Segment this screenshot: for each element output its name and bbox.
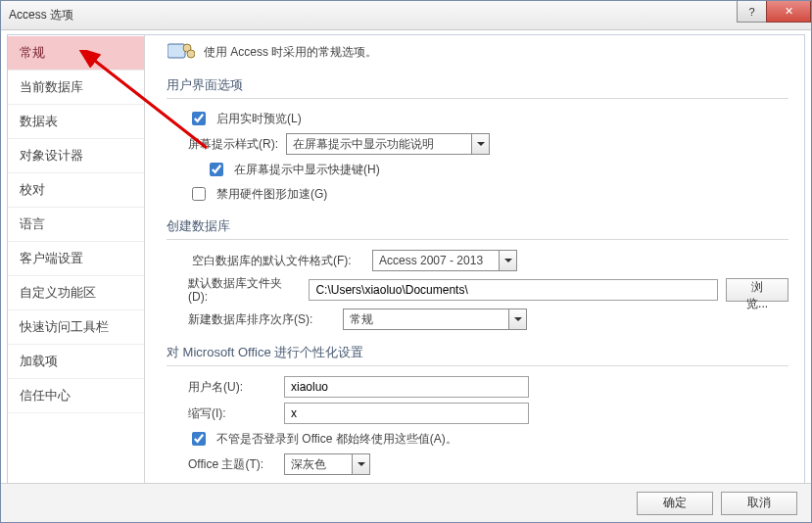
- sidebar-item-general[interactable]: 常规: [8, 36, 144, 71]
- default-folder-input[interactable]: [309, 279, 718, 301]
- chevron-down-icon: [353, 453, 370, 475]
- row-show-shortcut: 在屏幕提示中显示快捷键(H): [206, 160, 788, 179]
- window-title: Access 选项: [9, 7, 73, 24]
- show-shortcut-checkbox[interactable]: [210, 163, 223, 176]
- sidebar-item-label: 当前数据库: [20, 79, 83, 94]
- row-always-use: 不管是否登录到 Office 都始终使用这些值(A)。: [188, 429, 788, 449]
- screen-tip-style-label: 屏幕提示样式(R):: [188, 136, 278, 153]
- sidebar-item-client-settings[interactable]: 客户端设置: [8, 242, 144, 276]
- screen-tip-style-select[interactable]: 在屏幕提示中显示功能说明: [286, 133, 490, 155]
- sidebar: 常规 当前数据库 数据表 对象设计器 校对 语言 客户端设置 自定义功能区 快速…: [8, 35, 145, 486]
- row-initials: 缩写(I):: [188, 403, 788, 424]
- content-pane: 使用 Access 时采用的常规选项。 用户界面选项 启用实时预览(L) 屏幕提…: [145, 35, 804, 486]
- sort-order-value: 常规: [343, 309, 509, 330]
- sidebar-item-label: 加载项: [20, 354, 58, 368]
- help-icon: ?: [748, 6, 754, 18]
- chevron-down-icon: [509, 309, 527, 330]
- svg-rect-1: [167, 44, 185, 58]
- screen-tip-style-value: 在屏幕提示中显示功能说明: [286, 133, 472, 155]
- sidebar-item-label: 校对: [20, 182, 45, 197]
- row-default-folder: 默认数据库文件夹(D): 浏览...: [188, 276, 788, 304]
- default-format-value: Access 2007 - 2013: [372, 250, 500, 271]
- titlebar: Access 选项 ? ✕: [1, 1, 811, 30]
- sidebar-item-label: 对象设计器: [20, 148, 83, 163]
- sidebar-item-object-designer[interactable]: 对象设计器: [8, 139, 144, 173]
- row-office-theme: Office 主题(T): 深灰色: [188, 453, 788, 475]
- sidebar-item-addins[interactable]: 加载项: [8, 345, 144, 379]
- page-icon: [167, 41, 196, 63]
- chevron-down-icon: [500, 250, 517, 271]
- sidebar-item-label: 常规: [20, 45, 45, 60]
- page-description: 使用 Access 时采用的常规选项。: [204, 44, 377, 61]
- sidebar-item-label: 快速访问工具栏: [20, 319, 109, 334]
- office-theme-label: Office 主题(T):: [188, 456, 276, 473]
- row-screen-tip-style: 屏幕提示样式(R): 在屏幕提示中显示功能说明: [188, 133, 788, 155]
- ok-button[interactable]: 确定: [637, 492, 713, 515]
- section-title-createdb: 创建数据库: [167, 217, 788, 235]
- initials-input[interactable]: [284, 403, 529, 424]
- access-options-window: Access 选项 ? ✕ 常规 当前数据库 数据表 对象设计器 校对 语言 客…: [0, 0, 812, 523]
- divider: [167, 239, 788, 240]
- sidebar-item-label: 客户端设置: [20, 251, 83, 265]
- username-input[interactable]: [284, 376, 529, 398]
- window-buttons: ? ✕: [737, 1, 811, 23]
- section-title-personalize: 对 Microsoft Office 进行个性化设置: [167, 344, 788, 361]
- sidebar-item-proofing[interactable]: 校对: [8, 173, 144, 208]
- close-button[interactable]: ✕: [766, 1, 811, 23]
- sidebar-item-trust-center[interactable]: 信任中心: [8, 379, 144, 413]
- sort-order-select[interactable]: 常规: [343, 309, 527, 330]
- sidebar-item-language[interactable]: 语言: [8, 208, 144, 242]
- sidebar-item-label: 自定义功能区: [20, 285, 96, 300]
- default-format-label: 空白数据库的默认文件格式(F):: [188, 253, 364, 269]
- sidebar-item-current-db[interactable]: 当前数据库: [8, 71, 144, 105]
- realtime-preview-checkbox[interactable]: [192, 112, 206, 125]
- section-title-ui: 用户界面选项: [167, 76, 788, 94]
- row-disable-hw-gfx: 禁用硬件图形加速(G): [188, 184, 788, 204]
- always-use-checkbox[interactable]: [192, 432, 206, 446]
- username-label: 用户名(U):: [188, 379, 276, 396]
- sidebar-item-label: 信任中心: [20, 388, 71, 403]
- office-theme-value: 深灰色: [284, 453, 353, 475]
- show-shortcut-label: 在屏幕提示中显示快捷键(H): [234, 162, 380, 178]
- sidebar-item-label: 语言: [20, 216, 45, 231]
- help-button[interactable]: ?: [737, 1, 766, 23]
- row-username: 用户名(U):: [188, 376, 788, 398]
- divider: [167, 98, 788, 99]
- default-format-select[interactable]: Access 2007 - 2013: [372, 250, 517, 271]
- chevron-down-icon: [472, 133, 490, 155]
- dialog-body: 常规 当前数据库 数据表 对象设计器 校对 语言 客户端设置 自定义功能区 快速…: [7, 34, 805, 487]
- initials-label: 缩写(I):: [188, 405, 276, 422]
- always-use-label: 不管是否登录到 Office 都始终使用这些值(A)。: [216, 431, 457, 448]
- sort-order-label: 新建数据库排序次序(S):: [188, 311, 335, 328]
- row-sort-order: 新建数据库排序次序(S): 常规: [188, 309, 788, 330]
- disable-hw-gfx-label: 禁用硬件图形加速(G): [216, 186, 327, 203]
- default-folder-label: 默认数据库文件夹(D):: [188, 276, 301, 304]
- sidebar-item-label: 数据表: [20, 114, 58, 128]
- browse-button[interactable]: 浏览...: [726, 278, 788, 302]
- row-default-format: 空白数据库的默认文件格式(F): Access 2007 - 2013: [188, 250, 788, 271]
- dialog-footer: 确定 取消: [1, 483, 811, 522]
- office-theme-select[interactable]: 深灰色: [284, 453, 370, 475]
- divider: [167, 365, 788, 366]
- cancel-button[interactable]: 取消: [721, 492, 797, 515]
- row-realtime-preview: 启用实时预览(L): [188, 109, 788, 128]
- sidebar-item-custom-ribbon[interactable]: 自定义功能区: [8, 276, 144, 310]
- sidebar-item-quick-access[interactable]: 快速访问工具栏: [8, 310, 144, 345]
- page-description-row: 使用 Access 时采用的常规选项。: [167, 41, 788, 63]
- disable-hw-gfx-checkbox[interactable]: [192, 187, 206, 201]
- close-icon: ✕: [785, 5, 793, 18]
- realtime-preview-label: 启用实时预览(L): [216, 111, 302, 127]
- sidebar-item-datasheet[interactable]: 数据表: [8, 105, 144, 139]
- svg-point-3: [187, 50, 195, 58]
